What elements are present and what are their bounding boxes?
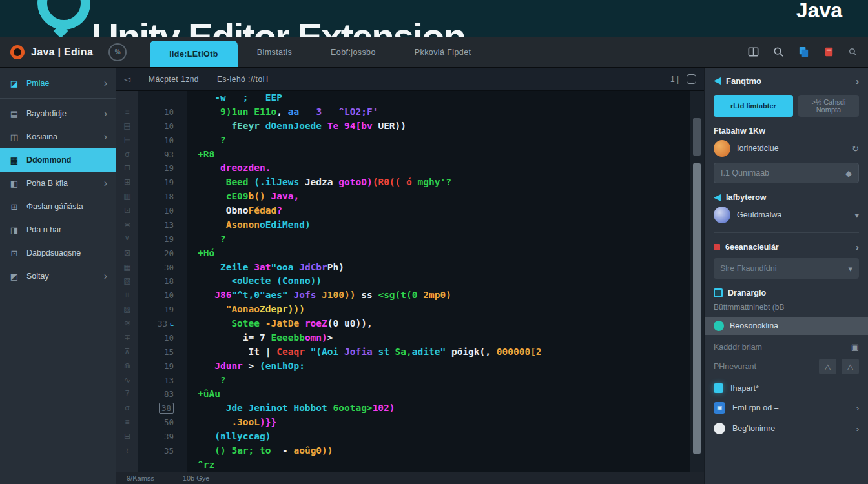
sidebar-item-folder[interactable]: ◫Kosiaina› bbox=[0, 125, 116, 148]
editor-body: ≡▤⊢σ⊟⊞▥⊡≍⊻⊠▦▧⌗▨≋∓⊼⋒∿7σ≡⊟≀ 10101093191918… bbox=[116, 91, 704, 472]
banner-title: Unity Editor Extension bbox=[92, 15, 465, 37]
example-hint: Büttmmattninebt (bB bbox=[714, 303, 859, 312]
chevron-right-icon: › bbox=[104, 77, 107, 89]
preview-label: PHnevurant bbox=[714, 362, 756, 371]
back-icon[interactable]: ◅ bbox=[124, 74, 130, 84]
settings-item[interactable]: Beg'tonimre › bbox=[714, 423, 859, 434]
folder-icon: ◫ bbox=[9, 132, 19, 142]
avatar bbox=[714, 207, 730, 223]
pages-blue-icon[interactable] bbox=[798, 46, 810, 58]
sidebar-item-box[interactable]: ⊞Φaslan gáñásta bbox=[0, 195, 116, 218]
toolbar-tab[interactable]: Pkkovlá Fipdet bbox=[395, 37, 491, 67]
inspector-title: Fanqtmo bbox=[726, 76, 761, 86]
section-example-title: Dranarglo bbox=[728, 288, 766, 297]
java-logo-icon bbox=[10, 45, 25, 59]
file-tab-1[interactable]: Mácptet 1znd bbox=[149, 75, 199, 84]
import-item[interactable]: Ihapart* bbox=[714, 383, 859, 393]
settings-icon bbox=[714, 423, 725, 434]
sidebar-item-label: Φaslan gáñásta bbox=[26, 202, 83, 211]
chevron-right-icon[interactable]: › bbox=[856, 76, 859, 86]
grid-icon: ◧ bbox=[9, 179, 19, 188]
section-lang-title: Iafbyterow bbox=[726, 193, 767, 202]
send-icon[interactable]: ◆ bbox=[845, 168, 852, 178]
search-small-icon[interactable] bbox=[848, 47, 858, 57]
language-row[interactable]: Geuldmalwa ▾ bbox=[714, 207, 859, 223]
chevron-right-icon: › bbox=[104, 108, 107, 119]
scrollbar-thumb[interactable] bbox=[693, 163, 701, 454]
avatar bbox=[714, 140, 730, 157]
assoc-dropdown[interactable]: Slre Fkaundfdni ▾ bbox=[714, 258, 859, 279]
sidebar-item-label: Poha B kfla bbox=[26, 179, 68, 188]
brackets-icon: ⊡ bbox=[9, 248, 19, 258]
code-content[interactable]: -w ; EEP 9)1un E11o, aa 3 ^LO2;F' fEeyr … bbox=[187, 91, 690, 472]
marker-icon[interactable]: ▣ bbox=[851, 342, 859, 352]
search-icon[interactable] bbox=[772, 46, 785, 58]
main-area: ◪Pmiae›▤Bayabdidje›◫Kosiaina›▦Ddommond◧P… bbox=[0, 68, 868, 484]
file-tab-2[interactable]: Es-lehó ://toH bbox=[217, 75, 269, 84]
export-icon: ▣ bbox=[714, 402, 725, 414]
teal-dot-icon bbox=[714, 321, 724, 331]
export-item[interactable]: ▣ EmLrpn od = › bbox=[714, 402, 859, 414]
refresh-icon[interactable]: ↻ bbox=[852, 144, 859, 154]
preview-prev-button[interactable]: △ bbox=[819, 359, 836, 374]
preview-next-button[interactable]: △ bbox=[842, 359, 859, 374]
banner: Unity Editor Extension Java bbox=[0, 0, 868, 37]
sidebar-item-document[interactable]: ▤Bayabdidje› bbox=[0, 102, 116, 125]
sidebar-item-card[interactable]: ▦Ddommond bbox=[0, 148, 116, 172]
selected-list-item[interactable]: Beosonoklina bbox=[705, 317, 868, 335]
dropdown-value: Slre Fkaundfdni bbox=[720, 264, 777, 273]
sidebar-item-label: Dabpdsuaqsne bbox=[26, 248, 81, 257]
sidebar-item-brackets[interactable]: ⊡Dabpdsuaqsne bbox=[0, 241, 116, 265]
editor-scrollbar[interactable] bbox=[690, 91, 704, 472]
sidebar-item-bolt[interactable]: ◪Pmiae› bbox=[0, 72, 116, 95]
toolbar-tab[interactable]: Ilde:LEtiOtb bbox=[150, 41, 238, 67]
import-label: Ihapart* bbox=[730, 384, 759, 393]
command-input[interactable]: I.1 Qunimaab ◆ bbox=[714, 163, 859, 183]
columns-icon[interactable] bbox=[747, 46, 760, 58]
chevron-right-icon: › bbox=[104, 131, 107, 143]
file-red-icon[interactable] bbox=[823, 46, 835, 58]
chevron-right-icon: › bbox=[104, 177, 107, 189]
sidebar-item-label: Bayabdidje bbox=[26, 109, 67, 118]
chevron-down-icon: ▾ bbox=[848, 264, 852, 274]
sidebar-item-grid[interactable]: ◧Poha B kfla› bbox=[0, 172, 116, 195]
preview-row: PHnevurant △ △ bbox=[714, 359, 859, 374]
sidebar-item-label: Soitay bbox=[26, 272, 49, 281]
main-tabs: Ilde:LEtiOtbBlmstatisEobf:jossboPkkovlá … bbox=[150, 37, 490, 67]
secondary-action-button[interactable]: >½ Cahsdi Nompta bbox=[798, 95, 859, 117]
split-count-label: 1 | bbox=[670, 75, 679, 84]
section-red-icon bbox=[714, 244, 720, 250]
toolbar-tab[interactable]: Eobf:jossbo bbox=[311, 37, 395, 67]
section-user-title: Ftabahw 1Kw bbox=[714, 126, 859, 136]
layout-toggle-icon[interactable] bbox=[687, 74, 696, 84]
chevron-right-icon[interactable]: › bbox=[856, 241, 859, 252]
import-icon bbox=[714, 383, 723, 393]
chevron-right-icon: › bbox=[856, 403, 859, 413]
language-value: Geuldmalwa bbox=[737, 210, 781, 219]
app-root: Unity Editor Extension Java Java | Edina… bbox=[0, 0, 868, 484]
document-icon: ▤ bbox=[9, 109, 19, 119]
banner-brand: Java bbox=[796, 0, 842, 23]
marker-row[interactable]: Kadddr brlam ▣ bbox=[714, 342, 859, 352]
status-encoding: 10b Gye bbox=[183, 474, 210, 482]
sidebar-item-label: Pda n har bbox=[26, 225, 61, 234]
user-name: Iorlnetdclue bbox=[737, 144, 779, 153]
app-logo-icon bbox=[37, 0, 90, 30]
scrollbar-thumb-secondary[interactable] bbox=[693, 118, 701, 156]
divider bbox=[0, 98, 116, 99]
sidebar-item-label: Kosiaina bbox=[26, 132, 57, 141]
sidebar-item-page[interactable]: ◨Pda n har bbox=[0, 218, 116, 241]
toolbar-icons bbox=[747, 46, 858, 58]
toolbar-tab[interactable]: Blmstatis bbox=[238, 37, 311, 67]
zoom-badge-icon[interactable]: % bbox=[108, 43, 127, 61]
gear-icon: ◩ bbox=[9, 272, 19, 281]
breakpoint-marker-icon: ∟ bbox=[170, 321, 174, 328]
app-name: Java | Edina bbox=[31, 46, 93, 58]
section-flag-icon bbox=[714, 194, 721, 201]
primary-action-button[interactable]: rLtd Iimtabter bbox=[714, 95, 793, 117]
sidebar-item-gear[interactable]: ◩Soitay› bbox=[0, 265, 116, 288]
editor-tabstrip: ◅ Mácptet 1znd Es-lehó ://toH 1 | bbox=[116, 68, 704, 91]
inspector-panel: Fanqtmo › rLtd Iimtabter >½ Cahsdi Nompt… bbox=[704, 68, 868, 484]
user-row[interactable]: Iorlnetdclue ↻ bbox=[714, 140, 859, 157]
chevron-down-icon[interactable]: ▾ bbox=[854, 210, 859, 220]
